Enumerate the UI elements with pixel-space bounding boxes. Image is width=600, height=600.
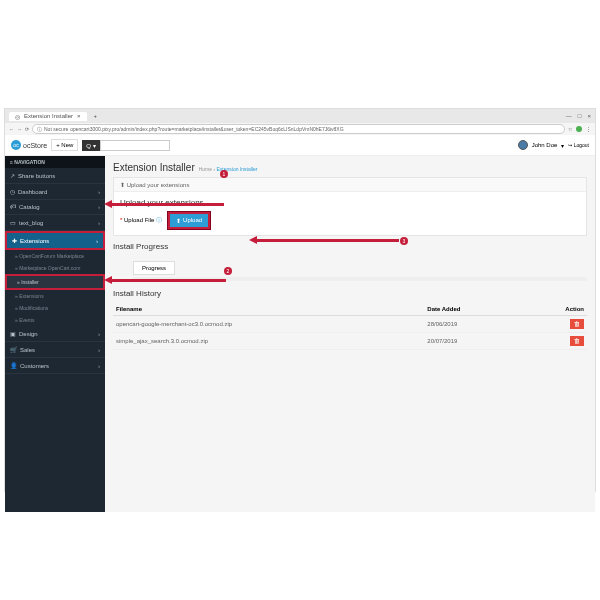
share-icon: ↗ — [10, 172, 15, 179]
close-icon[interactable]: × — [77, 113, 81, 119]
user-name: John Doe — [532, 142, 558, 148]
security-icon: ⓘ — [37, 126, 42, 132]
history-title: Install History — [113, 289, 587, 298]
sidebar-sub-extensions[interactable]: » Extensions — [5, 290, 105, 302]
col-action: Action — [524, 303, 587, 316]
nav-heading: ≡ NAVIGATION — [5, 156, 105, 168]
browser-tab[interactable]: ◎ Extension Installer × — [9, 112, 87, 121]
sidebar-item-customers[interactable]: 👤Customers› — [5, 358, 105, 374]
cart-icon: 🛒 — [10, 346, 17, 353]
delete-button[interactable]: 🗑 — [570, 336, 584, 346]
url-text: opencart3000.pixy.pro/admin/index.php?ro… — [70, 126, 343, 132]
table-row: simple_ajax_search.3.0.ocmod.zip 20/07/2… — [113, 333, 587, 350]
sidebar-item-catalog[interactable]: 🏷Catalog› — [5, 200, 105, 215]
new-button[interactable]: + New — [51, 139, 78, 151]
blog-icon: ▭ — [10, 219, 16, 226]
tab-title: Extension Installer — [24, 113, 73, 119]
profile-icon[interactable] — [576, 126, 582, 132]
close-window-icon[interactable]: × — [587, 113, 591, 119]
callout-2: 2 — [224, 267, 232, 275]
tv-icon: ▣ — [10, 330, 16, 337]
sidebar-sub-events[interactable]: » Events — [5, 314, 105, 326]
avatar[interactable] — [518, 140, 528, 150]
new-tab-button[interactable]: + — [91, 113, 101, 119]
sidebar-item-dashboard[interactable]: ◷Dashboard› — [5, 184, 105, 200]
sidebar-sub-marketplace[interactable]: » Marketplace OpenCart.com — [5, 262, 105, 274]
star-icon[interactable]: ☆ — [568, 126, 572, 132]
sidebar-item-design[interactable]: ▣Design› — [5, 326, 105, 342]
tag-icon: 🏷 — [10, 204, 16, 210]
search-input[interactable] — [100, 140, 170, 151]
reload-icon[interactable]: ⟳ — [25, 126, 29, 132]
progress-title: Install Progress — [113, 242, 587, 251]
brand-logo[interactable]: oc ocStore — [11, 140, 47, 150]
info-icon[interactable]: ⓘ — [156, 217, 162, 223]
upload-icon: ⬆ — [176, 217, 181, 224]
back-icon[interactable]: ← — [9, 126, 14, 132]
sidebar-sub-ocforum[interactable]: » OpenCartForum Marketplace — [5, 250, 105, 262]
search-button[interactable]: Q ▾ — [82, 140, 99, 151]
progress-tab: Progress — [133, 261, 175, 275]
upload-file-label: * Upload File ⓘ — [120, 216, 162, 225]
sidebar-sub-installer[interactable]: » Installer — [5, 274, 105, 290]
tab-favicon: ◎ — [15, 113, 20, 120]
callout-1: 1 — [220, 170, 228, 178]
minimize-icon[interactable]: — — [566, 113, 572, 119]
menu-icon[interactable]: ⋮ — [586, 126, 591, 132]
sidebar-item-share[interactable]: ↗Share buttons — [5, 168, 105, 184]
col-date: Date Added — [424, 303, 524, 316]
breadcrumb: Home › Extension Installer — [199, 166, 258, 172]
puzzle-icon: ✚ — [12, 237, 17, 244]
col-filename: Filename — [113, 303, 424, 316]
panel-heading-upload: ⬆ Upload your extensions — [114, 178, 586, 192]
security-label: Not secure — [44, 126, 68, 132]
user-icon: 👤 — [10, 362, 17, 369]
user-chevron[interactable]: ▾ — [561, 142, 564, 149]
logout-button[interactable]: ↪ Logout — [568, 142, 589, 148]
forward-icon[interactable]: → — [17, 126, 22, 132]
dashboard-icon: ◷ — [10, 188, 15, 195]
maximize-icon[interactable]: □ — [578, 113, 582, 119]
table-row: opencart-google-merchant-oc3.0.ocmod.zip… — [113, 316, 587, 333]
sidebar-item-extensions[interactable]: ✚Extensions› — [5, 231, 105, 250]
callout-3: 3 — [400, 237, 408, 245]
page-title: Extension Installer — [113, 162, 195, 173]
url-input[interactable]: ⓘ Not secure opencart3000.pixy.pro/admin… — [32, 124, 565, 134]
upload-button[interactable]: ⬆Upload — [168, 212, 210, 229]
delete-button[interactable]: 🗑 — [570, 319, 584, 329]
brand-name: ocStore — [23, 142, 47, 149]
cart-icon: oc — [11, 140, 21, 150]
sidebar-item-textblog[interactable]: ▭text_blog› — [5, 215, 105, 231]
sidebar-sub-modifications[interactable]: » Modifications — [5, 302, 105, 314]
history-table: Filename Date Added Action opencart-goog… — [113, 303, 587, 350]
sidebar-item-sales[interactable]: 🛒Sales› — [5, 342, 105, 358]
